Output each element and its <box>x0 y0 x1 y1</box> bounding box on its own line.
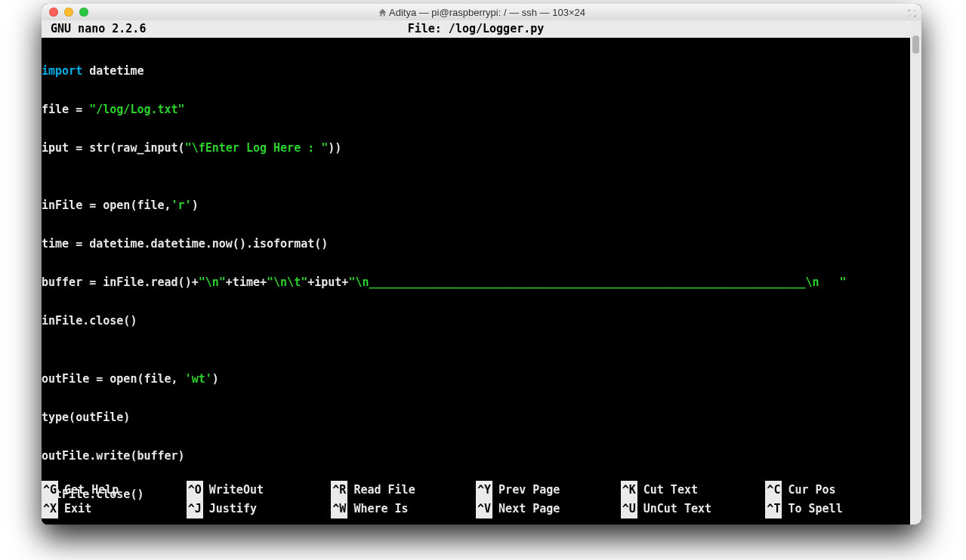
token-string: "\n\t" <box>267 275 307 289</box>
code-line: file = "/log/Log.txt" <box>42 100 910 120</box>
shortcut-key: ^J <box>187 500 203 518</box>
token-text: +iput+ <box>307 275 348 289</box>
code-line: iput = str(raw_input("\fEnter Log Here :… <box>42 139 910 158</box>
token-text: iput = str(raw_input( <box>42 141 185 155</box>
shortcut-exit[interactable]: ^XExit <box>42 500 187 518</box>
code-line: import datetime <box>42 62 910 82</box>
code-line: inFile = open(file,'r') <box>42 196 910 216</box>
token-text: datetime <box>82 64 144 78</box>
token-text: inFile = open(file, <box>42 198 171 212</box>
window-title-text: Aditya — pi@raspberrypi: / — ssh — 103×2… <box>389 7 585 18</box>
shortcut-to-spell[interactable]: ^TTo Spell <box>765 500 910 518</box>
editor-content[interactable]: import datetime file = "/log/Log.txt" ip… <box>42 38 910 525</box>
token-text: ) <box>192 198 199 212</box>
token-text: +time+ <box>226 275 267 289</box>
shortcut-key: ^R <box>331 481 347 500</box>
shortcut-cur-pos[interactable]: ^CCur Pos <box>765 481 910 500</box>
code-line: buffer = inFile.read()+"\n"+time+"\n\t"+… <box>42 273 910 293</box>
code-line: time = datetime.datetime.now().isoformat… <box>42 235 910 254</box>
shortcut-row: ^GGet Help ^OWriteOut ^RRead File ^YPrev… <box>42 481 910 500</box>
shortcut-justify[interactable]: ^JJustify <box>187 500 332 518</box>
token-text: )) <box>328 141 341 155</box>
code-line: print("\nLog updated sucessfully!!\n") <box>42 524 910 525</box>
token-string: "/log/Log.txt" <box>89 103 184 116</box>
shortcut-label: Justify <box>209 500 257 518</box>
window-title: Aditya — pi@raspberrypi: / — ssh — 103×2… <box>42 7 921 18</box>
shortcut-key: ^V <box>476 500 492 518</box>
token-text: outFile = open(file, <box>42 372 185 386</box>
shortcut-uncut-text[interactable]: ^UUnCut Text <box>621 500 766 518</box>
terminal-area[interactable]: GNU nano 2.2.6 File: /log/Logger.py impo… <box>42 20 921 525</box>
shortcut-label: Get Help <box>64 481 119 500</box>
code-line: inFile.close() <box>42 312 910 331</box>
shortcut-label: Read File <box>353 481 415 500</box>
shortcut-key: ^K <box>621 481 637 500</box>
shortcut-get-help[interactable]: ^GGet Help <box>42 481 187 500</box>
token-string: 'r' <box>171 198 192 212</box>
code-line: outFile = open(file, 'wt') <box>42 370 910 389</box>
token-string: "\fEnter Log Here : " <box>185 141 329 155</box>
scrollbar-thumb[interactable] <box>912 35 919 54</box>
shortcut-label: Exit <box>64 500 91 518</box>
nano-header: GNU nano 2.2.6 File: /log/Logger.py <box>42 20 910 38</box>
terminal-window: Aditya — pi@raspberrypi: / — ssh — 103×2… <box>42 4 921 525</box>
fullscreen-icon[interactable] <box>907 7 917 17</box>
shortcut-label: To Spell <box>788 500 842 518</box>
home-icon <box>378 8 387 17</box>
token-keyword: import <box>42 64 82 78</box>
close-button[interactable] <box>49 8 58 17</box>
shortcut-writeout[interactable]: ^OWriteOut <box>187 481 332 500</box>
shortcut-key: ^T <box>765 500 782 518</box>
shortcut-label: Prev Page <box>498 481 560 500</box>
minimize-button[interactable] <box>64 8 73 17</box>
token-string: 'wt' <box>185 372 212 386</box>
shortcut-next-page[interactable]: ^VNext Page <box>476 500 621 518</box>
shortcut-key: ^G <box>42 481 58 500</box>
shortcut-key: ^C <box>765 481 782 500</box>
shortcut-label: Where Is <box>353 500 408 518</box>
shortcut-prev-page[interactable]: ^YPrev Page <box>476 481 621 500</box>
nano-file-label: File: /log/Logger.py <box>42 20 910 38</box>
shortcut-key: ^U <box>621 500 637 518</box>
token-string: "\n" <box>199 275 226 289</box>
shortcut-read-file[interactable]: ^RRead File <box>331 481 476 500</box>
shortcut-label: Cut Text <box>643 481 698 500</box>
shortcut-key: ^X <box>42 500 58 518</box>
titlebar[interactable]: Aditya — pi@raspberrypi: / — ssh — 103×2… <box>42 4 921 21</box>
code-line: outFile.write(buffer) <box>42 447 910 466</box>
shortcut-key: ^O <box>187 481 203 500</box>
shortcut-label: WriteOut <box>209 481 264 500</box>
shortcut-label: Cur Pos <box>788 481 835 500</box>
shortcut-row: ^XExit ^JJustify ^WWhere Is ^VNext Page … <box>42 500 910 518</box>
traffic-lights <box>42 8 88 17</box>
token-text: ) <box>212 372 219 386</box>
zoom-button[interactable] <box>79 8 88 17</box>
shortcut-cut-text[interactable]: ^KCut Text <box>621 481 766 500</box>
shortcut-key: ^W <box>331 500 347 518</box>
nano-shortcut-bar: ^GGet Help ^OWriteOut ^RRead File ^YPrev… <box>42 481 910 518</box>
shortcut-label: UnCut Text <box>643 500 711 518</box>
token-string: "\n_____________________________________… <box>348 275 846 289</box>
shortcut-key: ^Y <box>476 481 492 500</box>
token-text: file = <box>42 103 89 116</box>
shortcut-label: Next Page <box>498 500 560 518</box>
scrollbar[interactable] <box>910 20 921 525</box>
shortcut-where-is[interactable]: ^WWhere Is <box>331 500 476 518</box>
token-text: buffer = inFile.read()+ <box>42 275 199 289</box>
code-line: type(outFile) <box>42 408 910 428</box>
